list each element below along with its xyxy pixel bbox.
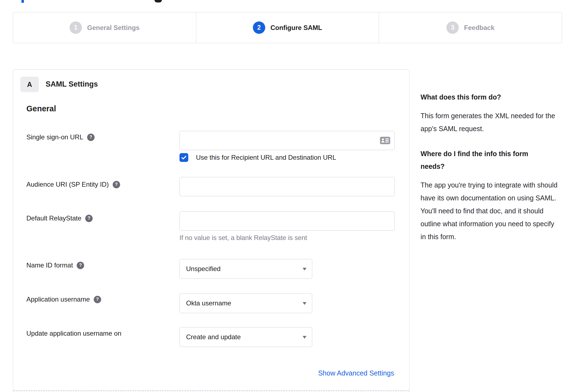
help-icon[interactable]: ? xyxy=(87,134,95,141)
step-label: Configure SAML xyxy=(270,24,322,32)
cropped-dark-icon xyxy=(154,0,162,2)
app-username-label-text: Application username xyxy=(26,296,90,303)
wizard-stepper: 1 General Settings 2 Configure SAML 3 Fe… xyxy=(13,12,562,43)
step-label: Feedback xyxy=(464,24,494,32)
help-sidebar: What does this form do? This form genera… xyxy=(421,91,562,243)
section-a-badge: A xyxy=(20,77,39,92)
app-username-value: Okta username xyxy=(186,299,231,307)
step-configure-saml[interactable]: 2 Configure SAML xyxy=(196,12,379,43)
chevron-down-icon xyxy=(303,268,306,270)
sidebar-question-2: Where do I find the info this form needs… xyxy=(421,147,550,173)
chevron-down-icon xyxy=(303,302,306,305)
recipient-url-checkbox[interactable] xyxy=(179,153,188,162)
nameid-format-value: Unspecified xyxy=(186,265,220,273)
step-label: General Settings xyxy=(87,24,140,32)
audience-uri-label: Audience URI (SP Entity ID) ? xyxy=(26,181,120,188)
app-username-select[interactable]: Okta username xyxy=(179,293,312,313)
help-icon[interactable]: ? xyxy=(85,215,93,222)
sso-checkbox-row: Use this for Recipient URL and Destinati… xyxy=(179,153,336,162)
update-username-select[interactable]: Create and update xyxy=(179,327,312,347)
general-heading: General xyxy=(26,104,56,113)
relaystate-input[interactable] xyxy=(179,211,395,231)
nameid-format-label: Name ID format ? xyxy=(26,261,84,269)
step-number-badge: 2 xyxy=(253,21,265,34)
update-username-label: Update application username on xyxy=(26,330,121,337)
step-number-badge: 1 xyxy=(70,21,82,34)
help-icon[interactable]: ? xyxy=(77,262,84,269)
sidebar-question-1: What does this form do? xyxy=(421,91,562,103)
section-dashed-divider xyxy=(13,390,409,391)
relaystate-label: Default RelayState ? xyxy=(26,214,93,222)
section-title: SAML Settings xyxy=(46,80,98,89)
cropped-blue-element xyxy=(21,0,24,3)
step-general-settings[interactable]: 1 General Settings xyxy=(13,12,196,43)
contact-card-icon[interactable] xyxy=(380,137,390,144)
step-feedback[interactable]: 3 Feedback xyxy=(379,12,562,43)
nameid-format-select[interactable]: Unspecified xyxy=(179,259,312,279)
sso-url-label: Single sign-on URL ? xyxy=(26,133,95,141)
recipient-url-checkbox-label: Use this for Recipient URL and Destinati… xyxy=(196,154,336,161)
help-icon[interactable]: ? xyxy=(94,296,101,303)
sso-url-input[interactable] xyxy=(179,131,395,150)
chevron-down-icon xyxy=(303,336,306,339)
help-icon[interactable]: ? xyxy=(113,181,120,188)
relaystate-hint: If no value is set, a blank RelayState i… xyxy=(179,234,307,242)
page: 1 General Settings 2 Configure SAML 3 Fe… xyxy=(0,0,575,392)
update-username-label-text: Update application username on xyxy=(26,330,121,337)
sidebar-answer-1: This form generates the XML needed for t… xyxy=(421,109,562,135)
saml-settings-card: A SAML Settings General Single sign-on U… xyxy=(13,69,410,392)
show-advanced-settings-link[interactable]: Show Advanced Settings xyxy=(318,369,394,377)
step-number-badge: 3 xyxy=(446,21,459,34)
nameid-format-label-text: Name ID format xyxy=(26,261,73,269)
sso-url-label-text: Single sign-on URL xyxy=(26,133,83,141)
sidebar-answer-2: The app you're trying to integrate with … xyxy=(421,179,561,243)
audience-uri-label-text: Audience URI (SP Entity ID) xyxy=(26,181,109,188)
app-username-label: Application username ? xyxy=(26,296,101,303)
update-username-value: Create and update xyxy=(186,333,241,341)
audience-uri-input[interactable] xyxy=(179,177,395,196)
relaystate-label-text: Default RelayState xyxy=(26,214,81,222)
